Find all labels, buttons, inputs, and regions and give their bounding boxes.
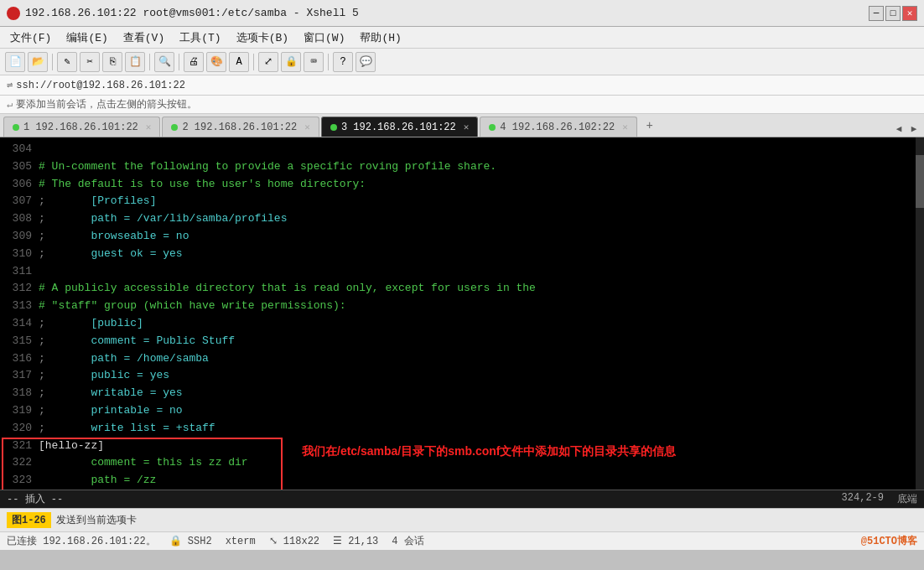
line-number-321: 321 xyxy=(7,438,39,455)
tab-dot-4 xyxy=(489,124,496,131)
tab-prev-button[interactable]: ◀ xyxy=(892,122,906,135)
tab-next-button[interactable]: ▶ xyxy=(907,122,921,135)
tab-close-3[interactable]: ✕ xyxy=(464,122,470,132)
lock-icon: 🔒 xyxy=(169,536,182,547)
menu-tab[interactable]: 选项卡(B) xyxy=(230,28,295,47)
tab-close-1[interactable]: ✕ xyxy=(146,122,152,132)
help-button[interactable]: ? xyxy=(333,52,353,72)
figure-label: 图1-26 xyxy=(7,512,51,528)
print-button[interactable]: 🖨 xyxy=(184,52,204,72)
expand-button[interactable]: ⤢ xyxy=(258,52,278,72)
line-number-320: 320 xyxy=(7,420,39,438)
line-number-306: 306 xyxy=(7,176,39,194)
terminal-line-305: 305# Un-comment the following to provide… xyxy=(7,158,917,176)
terminal-line-304: 304 xyxy=(7,141,917,158)
menu-file[interactable]: 文件(F) xyxy=(3,28,58,47)
title-text: 192.168.26.101:22 root@vms001:/etc/samba… xyxy=(25,7,359,19)
address-bar: ⇌ ssh://root@192.168.26.101:22 xyxy=(0,75,924,96)
line-number-314: 314 xyxy=(7,315,39,333)
conn-protocol: 🔒 SSH2 xyxy=(169,535,212,547)
line-number-313: 313 xyxy=(7,298,39,315)
menu-tools[interactable]: 工具(T) xyxy=(173,28,227,47)
menu-edit[interactable]: 编辑(E) xyxy=(60,28,114,47)
annotation-text: 我们在/etc/samba/目录下的smb.conf文件中添加如下的目录共享的信… xyxy=(302,444,677,459)
line-code-323: path = /zz xyxy=(39,472,917,490)
mode-text: -- 插入 -- xyxy=(7,492,842,506)
line-number-308: 308 xyxy=(7,210,39,228)
find-button[interactable]: 🔍 xyxy=(154,52,174,72)
new-session-button[interactable]: 📄 xyxy=(5,52,25,72)
line-number-309: 309 xyxy=(7,228,39,246)
copy-button[interactable]: ⎘ xyxy=(102,52,122,72)
separator-2 xyxy=(149,54,150,70)
tab-label-2: 2 192.168.26.101:22 xyxy=(182,122,297,133)
tab-1[interactable]: 1 192.168.26.101:22 ✕ xyxy=(3,117,160,137)
keyboard-button[interactable]: ⌨ xyxy=(304,52,324,72)
minimize-button[interactable]: ─ xyxy=(869,6,884,21)
menu-window[interactable]: 窗口(W) xyxy=(297,28,351,47)
tab-dot-3 xyxy=(330,124,337,131)
line-number-311: 311 xyxy=(7,263,39,281)
line-number-305: 305 xyxy=(7,158,39,176)
line-code-313: # "staff" group (which have write permis… xyxy=(39,298,917,315)
open-button[interactable]: 📂 xyxy=(28,52,48,72)
line-code-317: ; public = yes xyxy=(39,367,917,385)
lock-button[interactable]: 🔒 xyxy=(281,52,301,72)
edit-button[interactable]: ✎ xyxy=(57,52,77,72)
line-number-316: 316 xyxy=(7,350,39,368)
line-code-304 xyxy=(39,141,917,158)
bottom-bar: 图1-26 发送到当前选项卡 xyxy=(0,508,924,531)
conn-bar: 已连接 192.168.26.101:22。 🔒 SSH2 xterm ⤡ 11… xyxy=(0,531,924,550)
terminal-content: 304 305# Un-comment the following to pro… xyxy=(0,137,924,490)
scrollbar-thumb[interactable] xyxy=(916,155,924,208)
line-number-307: 307 xyxy=(7,193,39,210)
tab-close-4[interactable]: ✕ xyxy=(622,122,628,132)
terminal-line-323: 323 path = /zz xyxy=(7,472,917,490)
color-button[interactable]: 🎨 xyxy=(206,52,226,72)
line-code-315: ; comment = Public Stuff xyxy=(39,333,917,350)
title-bar: 192.168.26.101:22 root@vms001:/etc/samba… xyxy=(0,0,924,27)
bottom-bar-text: 发送到当前选项卡 xyxy=(56,513,137,527)
line-code-311 xyxy=(39,263,917,281)
line-number-310: 310 xyxy=(7,246,39,263)
chat-button[interactable]: 💬 xyxy=(356,52,376,72)
separator-4 xyxy=(253,54,254,70)
terminal-line-315: 315; comment = Public Stuff xyxy=(7,333,917,350)
scrollbar[interactable] xyxy=(916,137,924,490)
terminal-line-320: 320; write list = +staff xyxy=(7,420,917,438)
resize-icon: ⤡ xyxy=(269,536,278,547)
terminal-line-318: 318; writable = yes xyxy=(7,385,917,402)
terminal-line-313: 313# "staff" group (which have write per… xyxy=(7,298,917,315)
terminal-line-312: 312# A publicly accessible directory tha… xyxy=(7,280,917,298)
tab-add-button[interactable]: + xyxy=(641,117,659,135)
maximize-button[interactable]: □ xyxy=(885,6,901,21)
terminal[interactable]: 304 305# Un-comment the following to pro… xyxy=(0,137,924,490)
menu-bar: 文件(F) 编辑(E) 查看(V) 工具(T) 选项卡(B) 窗口(W) 帮助(… xyxy=(0,27,924,49)
tab-close-2[interactable]: ✕ xyxy=(304,122,310,132)
cut-button[interactable]: ✂ xyxy=(80,52,100,72)
tab-2[interactable]: 2 192.168.26.101:22 ✕ xyxy=(162,117,319,137)
terminal-line-309: 309; browseable = no xyxy=(7,228,917,246)
paste-button[interactable]: 📋 xyxy=(125,52,145,72)
pos-info: 324,2-9 xyxy=(842,492,884,506)
line-code-310: ; guest ok = yes xyxy=(39,246,917,263)
separator-3 xyxy=(179,54,179,70)
app-icon xyxy=(7,7,20,20)
separator-5 xyxy=(328,54,329,70)
menu-help[interactable]: 帮助(H) xyxy=(353,28,407,47)
line-number-319: 319 xyxy=(7,402,39,420)
line-code-316: ; path = /home/samba xyxy=(39,350,917,368)
close-button[interactable]: ✕ xyxy=(902,6,917,21)
tab-3[interactable]: 3 192.168.26.101:22 ✕ xyxy=(321,117,478,137)
tabs-bar: 1 192.168.26.101:22 ✕ 2 192.168.26.101:2… xyxy=(0,114,924,137)
tab-dot-1 xyxy=(13,124,19,131)
line-number-322: 322 xyxy=(7,454,39,472)
terminal-line-319: 319; printable = no xyxy=(7,402,917,420)
menu-view[interactable]: 查看(V) xyxy=(117,28,171,47)
line-number-312: 312 xyxy=(7,280,39,298)
font-button[interactable]: A xyxy=(229,52,249,72)
tab-4[interactable]: 4 192.168.26.102:22 ✕ xyxy=(480,117,636,137)
tab-label-3: 3 192.168.26.101:22 xyxy=(341,122,456,133)
info-arrow-icon: ↵ xyxy=(7,98,13,111)
line-code-319: ; printable = no xyxy=(39,402,917,420)
